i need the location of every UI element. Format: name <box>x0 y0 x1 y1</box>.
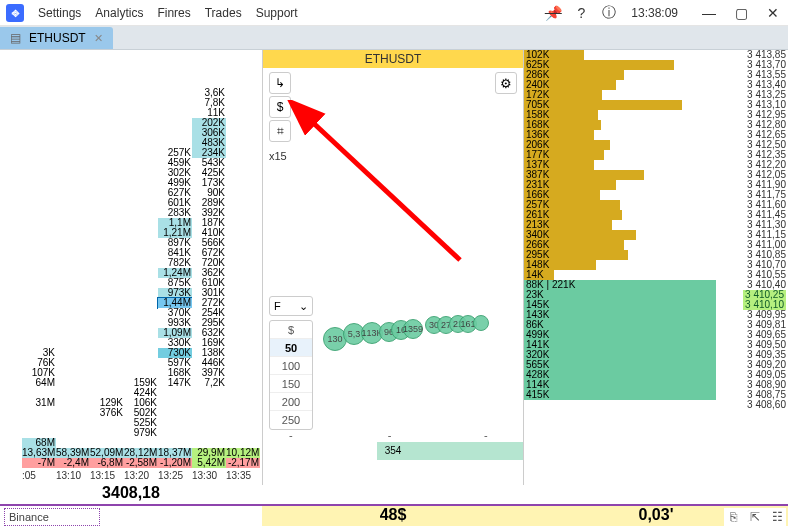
stepper-option[interactable]: $ <box>270 321 312 339</box>
clock: 13:38:09 <box>631 6 678 20</box>
footprint-footer-cell: -7M <box>22 458 56 468</box>
mid-volume-label: 354 <box>385 445 402 456</box>
chevron-down-icon: ⌄ <box>299 300 308 313</box>
f-dropdown-label: F <box>274 300 281 312</box>
menu-support[interactable]: Support <box>256 6 298 20</box>
stepper-option[interactable]: 200 <box>270 393 312 411</box>
mid-tool-column: ↳ $ ⌗ <box>269 72 291 142</box>
stepper-option[interactable]: 100 <box>270 357 312 375</box>
footprint-cell: 979K <box>124 428 158 438</box>
tab-title: ETHUSDT <box>29 31 86 45</box>
footprint-footer-cell: 5,42M <box>192 458 226 468</box>
mid-header: ETHUSDT <box>263 50 523 68</box>
mid-dash-row: - - - <box>263 429 523 441</box>
exchange-selector[interactable]: Binance <box>4 508 100 526</box>
footprint-footer-cell: -1,20M <box>158 458 192 468</box>
profile-bar: 86K <box>524 320 716 330</box>
profile-bar-label: 415K <box>526 390 549 400</box>
footprint-cell: 7,2K <box>192 378 226 388</box>
stepper-option[interactable]: 50 <box>270 339 312 357</box>
trade-bubble: 1359 <box>403 319 423 339</box>
menu-trades[interactable]: Trades <box>205 6 242 20</box>
chart-mode-icon[interactable]: ↳ <box>269 72 291 94</box>
footprint-footer-cell: -2,4M <box>56 458 90 468</box>
stepper-option[interactable]: 250 <box>270 411 312 429</box>
right-profile-panel[interactable]: 102K625K286K240K172K705K158K168K136K206K… <box>524 50 788 485</box>
info-icon[interactable]: ⓘ <box>601 5 617 21</box>
tab-close-icon[interactable]: ✕ <box>94 32 103 45</box>
app-logo-icon[interactable]: ⎆ <box>6 4 24 22</box>
footer-bar: Binance <box>0 504 788 528</box>
dollar-mode-icon[interactable]: $ <box>269 96 291 118</box>
profile-bar: 428K <box>524 370 716 380</box>
menu-settings[interactable]: Settings <box>38 6 81 20</box>
top-icon-group: 📌 ? ⓘ <box>545 5 617 21</box>
menu-analytics[interactable]: Analytics <box>95 6 143 20</box>
footprint-footer-cell: -6,8M <box>90 458 124 468</box>
profile-bar: 143K <box>524 310 716 320</box>
footprint-cell: 64M <box>22 378 56 388</box>
tab-drag-icon[interactable]: ▤ <box>10 31 21 45</box>
time-tick: 13:25 <box>158 470 183 481</box>
tab-bar: ▤ ETHUSDT ✕ <box>0 26 788 50</box>
price-tick: 3 408,60 <box>747 400 786 410</box>
bubble-row: 1305,3113K96161359302721161 <box>313 320 523 350</box>
time-tick: 13:15 <box>90 470 115 481</box>
price-scale[interactable]: 3 413,853 413,703 413,553 413,403 413,25… <box>720 50 788 470</box>
time-tick: 13:35 <box>226 470 251 481</box>
left-time-axis: :0513:1013:1513:2013:2513:3013:35 <box>0 470 262 482</box>
window-minimize-icon[interactable]: — <box>700 4 718 22</box>
window-close-icon[interactable]: ✕ <box>764 4 782 22</box>
top-bar: ⎆ Settings Analytics Finres Trades Suppo… <box>0 0 788 26</box>
footprint-footer-cell: -2,17M <box>226 458 260 468</box>
profile-bar: 499K <box>524 330 716 340</box>
main-menu: Settings Analytics Finres Trades Support <box>38 6 298 20</box>
profile-bar: 141K <box>524 340 716 350</box>
middle-panel[interactable]: ETHUSDT ⚙ ↳ $ ⌗ x15 F ⌄ $50100150200250 … <box>262 50 524 485</box>
profile-bar: 23K <box>524 290 716 300</box>
stepper-option[interactable]: 150 <box>270 375 312 393</box>
chart-content: 3K76K107K64M31M68M13,63M-7M58,39M-2,4M12… <box>0 50 788 502</box>
mid-dash: - <box>388 429 392 441</box>
menu-finres[interactable]: Finres <box>157 6 190 20</box>
footprint-cell: 147K <box>158 378 192 388</box>
time-tick: 13:20 <box>124 470 149 481</box>
gear-icon[interactable]: ⚙ <box>495 72 517 94</box>
time-tick: 13:10 <box>56 470 81 481</box>
pin-icon[interactable]: 📌 <box>545 5 561 21</box>
f-dropdown[interactable]: F ⌄ <box>269 296 313 316</box>
calc-mode-icon[interactable]: ⌗ <box>269 120 291 142</box>
time-tick: :05 <box>22 470 36 481</box>
profile-bar: 415K <box>524 390 716 400</box>
footprint-cell: 31M <box>22 398 56 408</box>
tab-ethusdt[interactable]: ▤ ETHUSDT ✕ <box>0 27 113 49</box>
mid-dash: - <box>289 429 293 441</box>
time-tick: 13:30 <box>192 470 217 481</box>
profile-bar: 114K <box>524 380 716 390</box>
left-footprint-panel[interactable]: 3K76K107K64M31M68M13,63M-7M58,39M-2,4M12… <box>0 50 262 485</box>
profile-bar: 320K <box>524 350 716 360</box>
profile-bar: 88K | 221K <box>524 280 716 290</box>
help-icon[interactable]: ? <box>573 5 589 21</box>
footprint-footer-cell: -2,58M <box>124 458 158 468</box>
mid-volume-bar: 354 <box>263 442 523 460</box>
profile-bar: 145K <box>524 300 716 310</box>
profile-bar: 565K <box>524 360 716 370</box>
mid-dash: - <box>484 429 488 441</box>
window-maximize-icon[interactable]: ▢ <box>732 4 750 22</box>
trade-bubble <box>473 315 489 331</box>
zoom-label: x15 <box>269 150 287 162</box>
size-stepper[interactable]: $50100150200250 <box>269 320 313 430</box>
footprint-cell: 376K <box>90 408 124 418</box>
